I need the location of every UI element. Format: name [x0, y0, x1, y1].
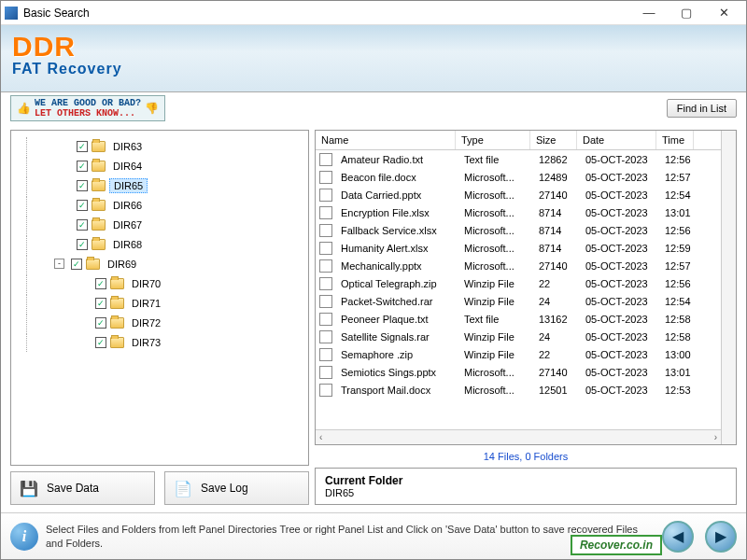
file-date: 05-OCT-2023: [580, 243, 659, 254]
col-time[interactable]: Time: [656, 131, 694, 149]
col-date[interactable]: Date: [577, 131, 656, 149]
file-type: Microsoft...: [458, 225, 533, 236]
file-name: Fallback Service.xlsx: [335, 225, 458, 236]
checkbox[interactable]: ✓: [71, 259, 82, 270]
file-size: 12489: [533, 172, 580, 183]
file-row[interactable]: Mechanically.pptxMicrosoft...2714005-OCT…: [316, 257, 721, 274]
file-row[interactable]: Data Carried.pptxMicrosoft...2714005-OCT…: [316, 186, 721, 203]
minimize-button[interactable]: —: [630, 2, 668, 24]
file-type: Microsoft...: [458, 260, 533, 272]
thumb-up-icon: 👍: [17, 102, 31, 116]
expander-icon[interactable]: -: [54, 259, 64, 269]
file-type: Microsoft...: [458, 189, 533, 201]
file-date: 05-OCT-2023: [580, 189, 659, 201]
file-row[interactable]: Beacon file.docxMicrosoft...1248905-OCT-…: [316, 168, 721, 186]
save-log-button[interactable]: 📄 Save Log: [164, 471, 309, 505]
feedback-banner[interactable]: 👍 WE ARE GOOD OR BAD? LET OTHERS KNOW...…: [10, 95, 165, 121]
file-row[interactable]: Encryption File.xlsxMicrosoft...871405-O…: [316, 203, 721, 221]
current-folder-label: Current Folder: [325, 474, 726, 487]
folder-icon: [86, 259, 100, 270]
file-date: 05-OCT-2023: [580, 314, 659, 325]
left-panel: ✓DIR63✓DIR64✓DIR65✓DIR66✓DIR67✓DIR68-✓DI…: [10, 130, 309, 505]
horizontal-scrollbar[interactable]: ‹›: [316, 429, 721, 444]
checkbox[interactable]: ✓: [77, 219, 88, 231]
folder-icon: [92, 141, 106, 152]
col-size[interactable]: Size: [530, 131, 577, 149]
file-size: 27140: [533, 260, 580, 272]
tree-item-dir69[interactable]: -✓DIR69: [13, 254, 306, 273]
tree-item-dir68[interactable]: ✓DIR68: [13, 234, 306, 254]
file-type: Winzip File: [458, 349, 533, 360]
tree-item-dir63[interactable]: ✓DIR63: [13, 136, 306, 156]
file-type: Winzip File: [458, 278, 533, 289]
maximize-button[interactable]: ▢: [668, 2, 705, 24]
file-type: Microsoft...: [458, 385, 533, 396]
save-data-button[interactable]: 💾 Save Data: [10, 471, 155, 505]
file-row[interactable]: Packet-Switched.rarWinzip File2405-OCT-2…: [316, 292, 721, 310]
tree-item-dir64[interactable]: ✓DIR64: [13, 156, 306, 175]
file-time: 12:59: [659, 243, 697, 254]
tree-item-dir71[interactable]: ✓DIR71: [13, 293, 306, 313]
file-time: 13:00: [659, 349, 697, 360]
file-size: 8714: [533, 243, 580, 254]
checkbox[interactable]: ✓: [95, 278, 106, 289]
tree-item-label: DIR71: [128, 297, 164, 310]
file-time: 12:58: [659, 314, 697, 325]
file-date: 05-OCT-2023: [580, 331, 659, 343]
close-button[interactable]: ✕: [705, 2, 742, 24]
file-type-icon: [319, 242, 332, 255]
file-row[interactable]: Optical Telegraph.zipWinzip File2205-OCT…: [316, 274, 721, 292]
file-rows[interactable]: Amateur Radio.txtText file1286205-OCT-20…: [316, 150, 721, 429]
file-time: 12:54: [659, 296, 697, 307]
current-folder-box: Current Folder DIR65: [315, 468, 737, 505]
col-type[interactable]: Type: [456, 131, 530, 149]
brand-link[interactable]: Recover.co.in: [571, 535, 662, 555]
tree-item-dir72[interactable]: ✓DIR72: [13, 313, 306, 332]
checkbox[interactable]: ✓: [77, 161, 88, 172]
checkbox[interactable]: ✓: [77, 200, 88, 211]
nav-forward-button[interactable]: ▶: [705, 521, 737, 553]
file-size: 27140: [533, 189, 580, 201]
file-date: 05-OCT-2023: [580, 225, 659, 236]
file-name: Packet-Switched.rar: [335, 296, 458, 307]
top-toolbar: 👍 WE ARE GOOD OR BAD? LET OTHERS KNOW...…: [1, 92, 746, 124]
col-name[interactable]: Name: [316, 131, 456, 149]
file-row[interactable]: Semaphore .zipWinzip File2205-OCT-202313…: [316, 345, 721, 363]
find-in-list-button[interactable]: Find in List: [667, 99, 737, 118]
file-row[interactable]: Amateur Radio.txtText file1286205-OCT-20…: [316, 150, 721, 168]
tree-item-dir70[interactable]: ✓DIR70: [13, 273, 306, 293]
checkbox[interactable]: ✓: [95, 337, 106, 348]
file-row[interactable]: Satellite Signals.rarWinzip File2405-OCT…: [316, 328, 721, 345]
checkbox[interactable]: ✓: [95, 298, 106, 309]
file-row[interactable]: Fallback Service.xlsxMicrosoft...871405-…: [316, 221, 721, 239]
file-size: 24: [533, 296, 580, 307]
checkbox[interactable]: ✓: [77, 141, 88, 152]
window-title: Basic Search: [23, 7, 630, 20]
tree-item-dir66[interactable]: ✓DIR66: [13, 195, 306, 215]
tree-item-dir67[interactable]: ✓DIR67: [13, 215, 306, 234]
file-type: Text file: [458, 154, 533, 165]
folder-icon: [110, 337, 124, 348]
current-folder-value: DIR65: [325, 487, 726, 498]
file-row[interactable]: Peoneer Plaque.txtText file1316205-OCT-2…: [316, 310, 721, 328]
promo-line1: WE ARE GOOD OR BAD?: [35, 98, 141, 108]
file-type-icon: [319, 206, 332, 219]
checkbox[interactable]: ✓: [95, 317, 106, 329]
file-time: 13:01: [659, 367, 697, 378]
file-date: 05-OCT-2023: [580, 154, 659, 165]
tree-item-label: DIR65: [109, 178, 148, 193]
file-type: Microsoft...: [458, 367, 533, 378]
tree-item-dir73[interactable]: ✓DIR73: [13, 332, 306, 352]
file-row[interactable]: Humanity Alert.xlsxMicrosoft...871405-OC…: [316, 239, 721, 257]
file-row[interactable]: Semiotics Sings.pptxMicrosoft...2714005-…: [316, 363, 721, 381]
folder-tree[interactable]: ✓DIR63✓DIR64✓DIR65✓DIR66✓DIR67✓DIR68-✓DI…: [10, 130, 309, 466]
vertical-scrollbar[interactable]: [721, 131, 736, 444]
nav-back-button[interactable]: ◀: [662, 521, 694, 553]
file-type-icon: [319, 348, 332, 361]
file-size: 22: [533, 349, 580, 360]
checkbox[interactable]: ✓: [77, 180, 88, 191]
file-row[interactable]: Transport Mail.docxMicrosoft...1250105-O…: [316, 381, 721, 399]
checkbox[interactable]: ✓: [77, 239, 88, 250]
file-time: 12:57: [659, 260, 697, 272]
tree-item-dir65[interactable]: ✓DIR65: [13, 175, 306, 195]
